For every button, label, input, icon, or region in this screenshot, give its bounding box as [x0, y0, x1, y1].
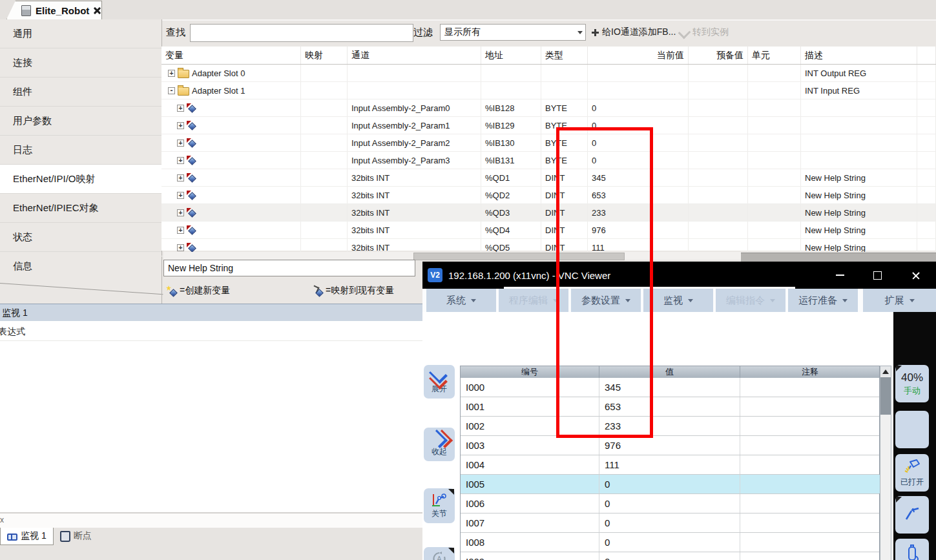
menu-item-label: 监视 — [663, 295, 683, 307]
var-out-icon — [187, 208, 196, 217]
expand-toggle[interactable]: + — [177, 209, 184, 216]
watch-icon — [7, 533, 17, 540]
register-row[interactable]: I009 0 — [461, 552, 879, 560]
cell-description — [801, 117, 917, 134]
cell-register-comment — [740, 552, 880, 560]
double-chevron-right-icon — [431, 431, 448, 446]
close-button[interactable] — [901, 262, 930, 289]
maximize-button[interactable] — [863, 262, 891, 289]
mode-value: 手动 — [904, 385, 920, 397]
menu-item[interactable]: 编辑指令 — [716, 289, 785, 312]
cell-mapping — [301, 204, 348, 221]
speed-mode-button[interactable]: 40% 手动 — [895, 365, 929, 402]
torch-tool-button[interactable] — [895, 496, 929, 534]
expand-toggle[interactable]: - — [168, 87, 175, 94]
cell-type: BYTE — [541, 152, 588, 169]
sidebar-item[interactable]: 用户参数 — [0, 107, 161, 136]
cell-address: %IB129 — [481, 117, 541, 134]
expand-toggle[interactable]: + — [177, 244, 184, 251]
vnc-title-bar[interactable]: V2 192.168.1.200 (x11vnc) - VNC Viewer — [422, 262, 936, 289]
tab-breakpoints[interactable]: 断点 — [54, 528, 98, 544]
sidebar-item[interactable]: EtherNet/IPIEC对象 — [0, 194, 161, 223]
tab-elite-robot[interactable]: Elite_Robot — [6, 1, 102, 19]
register-row[interactable]: I004 111 — [461, 455, 879, 475]
find-input[interactable] — [190, 24, 413, 42]
io-table-row[interactable]: + Input Assembly-2_Param2 %IB130 BYTE 0 — [161, 134, 936, 152]
sidebar-item[interactable]: 状态 — [0, 223, 161, 252]
register-row[interactable]: I008 0 — [461, 533, 879, 552]
menu-item[interactable]: 参数设置 — [571, 289, 641, 312]
register-scrollbar[interactable] — [880, 366, 891, 560]
io-table-row[interactable]: + Input Assembly-2_Param1 %IB129 BYTE 0 — [161, 117, 936, 134]
tab-watch-1[interactable]: 监视 1 — [0, 528, 54, 545]
expand-toggle[interactable]: + — [177, 105, 184, 112]
expand-toggle[interactable]: + — [168, 70, 175, 77]
expand-toggle[interactable]: + — [177, 140, 184, 147]
expand-toggle[interactable]: + — [177, 157, 184, 164]
add-fb-button[interactable]: 给IO通道添加FB... — [592, 26, 676, 38]
register-row[interactable]: I006 0 — [461, 494, 879, 513]
io-table-row[interactable]: + 32bits INT %QD3 DINT 233 New Help Stri… — [161, 204, 936, 222]
filter-dropdown[interactable]: 显示所有 — [440, 24, 586, 41]
sidebar-item[interactable]: 通用 — [0, 19, 161, 48]
register-row[interactable]: I007 0 — [461, 513, 879, 533]
sidebar-item[interactable]: 日志 — [0, 136, 161, 165]
cell-unit — [748, 65, 801, 81]
register-scrollbar-thumb[interactable] — [880, 377, 891, 415]
col-current-value: 当前值 — [588, 47, 689, 64]
cell-prepared-value — [689, 65, 748, 81]
chevron-down-icon — [910, 299, 915, 302]
joint-mode-button[interactable]: 关节 — [424, 488, 455, 523]
expand-all-button[interactable]: 展开 — [424, 365, 455, 399]
continuous-loop-button[interactable]: A 连续循环 — [424, 547, 455, 560]
cell-description: New Help String — [801, 187, 917, 203]
empty-tool-button[interactable] — [895, 411, 929, 448]
chevron-down-icon[interactable] — [574, 31, 585, 34]
gas-supply-button[interactable]: 送气 — [895, 539, 929, 560]
cell-unit — [748, 204, 801, 221]
menu-item[interactable]: 系统 — [426, 289, 496, 312]
io-table-row[interactable]: + Adapter Slot 0 INT Output REG — [161, 65, 936, 82]
cell-prepared-value — [689, 169, 748, 186]
io-table-row[interactable]: + Input Assembly-2_Param0 %IB128 BYTE 0 — [161, 99, 936, 117]
sidebar-item[interactable]: 连接 — [0, 48, 161, 78]
io-table-row[interactable]: + 32bits INT %QD1 DINT 345 New Help Stri… — [161, 169, 936, 187]
menu-item[interactable]: 运行准备 — [788, 289, 858, 312]
chevron-down-icon — [770, 299, 775, 302]
io-table-row[interactable]: + 32bits INT %QD2 DINT 653 New Help Stri… — [161, 187, 936, 204]
register-row[interactable]: I005 0 — [461, 475, 879, 494]
menu-item[interactable]: 监视 — [643, 289, 713, 312]
expand-toggle[interactable]: + — [177, 227, 184, 234]
cell-address: %IB130 — [481, 134, 541, 151]
cell-mapping — [301, 187, 348, 203]
watch-panel-body[interactable]: 表达式 — [0, 321, 423, 512]
var-in-icon — [187, 103, 196, 112]
sidebar-item[interactable]: 组件 — [0, 78, 161, 107]
expand-toggle[interactable]: + — [177, 174, 184, 181]
cell-register-id: I000 — [461, 378, 599, 397]
close-tab-icon[interactable] — [94, 7, 101, 14]
torch-state-button[interactable]: 已打开 — [895, 454, 929, 492]
sidebar-item[interactable]: EtherNet/IPI/O映射 — [0, 165, 161, 194]
cell-channel — [348, 65, 481, 81]
col-register-id: 编号 — [461, 366, 599, 378]
expand-toggle[interactable]: + — [177, 192, 184, 199]
register-row[interactable]: I001 653 — [461, 397, 879, 417]
minimize-button[interactable] — [826, 262, 854, 289]
register-row[interactable]: I000 345 — [461, 378, 879, 397]
scroll-up-button[interactable] — [880, 366, 891, 377]
register-row[interactable]: I003 976 — [461, 436, 879, 455]
expand-toggle[interactable]: + — [177, 122, 184, 129]
goto-instance-button[interactable]: 转到实例 — [680, 26, 729, 38]
cell-type — [541, 65, 588, 81]
cell-register-value: 0 — [599, 513, 740, 532]
io-table-row[interactable]: + Input Assembly-2_Param3 %IB131 BYTE 0 — [161, 152, 936, 169]
collapse-all-button[interactable]: 收起 — [424, 428, 455, 461]
menu-item[interactable]: 程序编辑 — [499, 289, 568, 312]
io-table-row[interactable]: + 32bits INT %QD4 DINT 976 New Help Stri… — [161, 222, 936, 239]
menu-item[interactable]: 扩展 — [863, 289, 936, 312]
io-table-row[interactable]: - Adapter Slot 1 INT Input REG — [161, 82, 936, 99]
horizontal-scrollbar-thumb[interactable] — [413, 253, 625, 260]
register-row[interactable]: I002 233 — [461, 417, 879, 436]
cell-unit — [748, 82, 801, 99]
